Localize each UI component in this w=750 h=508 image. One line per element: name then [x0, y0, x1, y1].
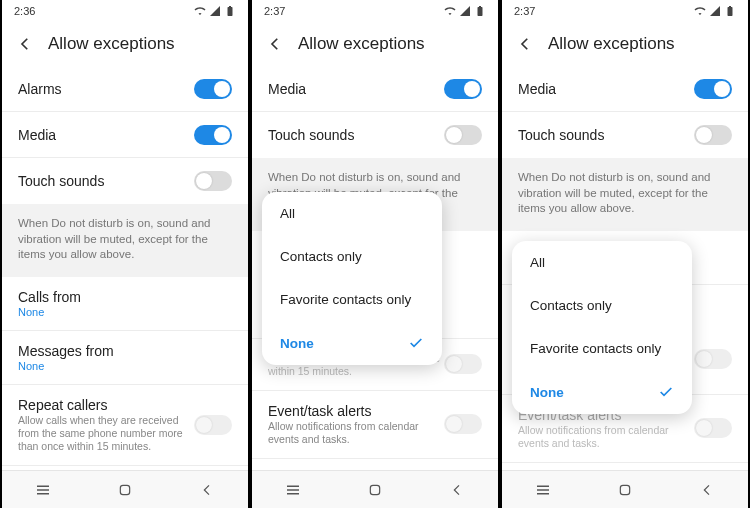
status-icons — [694, 5, 736, 17]
svg-rect-2 — [620, 485, 629, 494]
status-time: 2:37 — [514, 5, 535, 17]
repeat-sub: Allow calls when they are received from … — [18, 414, 194, 453]
back-icon[interactable] — [516, 35, 534, 53]
toggle-media[interactable] — [194, 125, 232, 145]
status-time: 2:36 — [14, 5, 35, 17]
popup-option-none[interactable]: None — [512, 370, 692, 414]
touch-label: Touch sounds — [268, 127, 444, 143]
content: Media Touch sounds When Do not disturb i… — [502, 66, 748, 470]
nav-back[interactable] — [697, 480, 717, 500]
navbar — [252, 470, 498, 508]
screen-1: 2:36 Allow exceptions Alarms Media Touch… — [0, 0, 250, 508]
popup-option-favorites[interactable]: Favorite contacts only — [262, 278, 442, 321]
status-bar: 2:36 — [2, 0, 248, 22]
options-popup: All Contacts only Favorite contacts only… — [262, 192, 442, 365]
toggle-media[interactable] — [444, 79, 482, 99]
header: Allow exceptions — [252, 22, 498, 66]
row-media[interactable]: Media — [252, 66, 498, 112]
row-event-alerts[interactable]: Event/task alerts Allow notifications fr… — [2, 466, 248, 470]
nav-home[interactable] — [615, 480, 635, 500]
opt-none-label: None — [280, 336, 314, 351]
event-sub: Allow notifications from calendar events… — [268, 420, 444, 446]
battery-icon — [224, 5, 236, 17]
navbar — [2, 470, 248, 508]
content: Media Touch sounds When Do not disturb i… — [252, 66, 498, 470]
row-touch-sounds[interactable]: Touch sounds — [2, 158, 248, 204]
info-text: When Do not disturb is on, sound and vib… — [2, 204, 248, 277]
status-icons — [444, 5, 486, 17]
nav-recent[interactable] — [533, 480, 553, 500]
screen-2: 2:37 Allow exceptions Media Touch sounds… — [250, 0, 500, 508]
opt-fav-label: Favorite contacts only — [530, 341, 661, 356]
page-title: Allow exceptions — [548, 34, 675, 54]
opt-all-label: All — [280, 206, 295, 221]
wifi-icon — [694, 5, 706, 17]
nav-back[interactable] — [447, 480, 467, 500]
nav-recent[interactable] — [33, 480, 53, 500]
opt-fav-label: Favorite contacts only — [280, 292, 411, 307]
battery-icon — [724, 5, 736, 17]
content: Alarms Media Touch sounds When Do not di… — [2, 66, 248, 470]
row-media[interactable]: Media — [502, 66, 748, 112]
signal-icon — [459, 5, 471, 17]
svg-rect-0 — [120, 485, 129, 494]
popup-option-contacts[interactable]: Contacts only — [512, 284, 692, 327]
touch-label: Touch sounds — [18, 173, 194, 189]
popup-option-contacts[interactable]: Contacts only — [262, 235, 442, 278]
row-alarms[interactable]: Alarms — [2, 66, 248, 112]
toggle-touch[interactable] — [694, 125, 732, 145]
toggle-touch[interactable] — [444, 125, 482, 145]
navbar — [502, 470, 748, 508]
nav-home[interactable] — [115, 480, 135, 500]
row-reminders[interactable]: Reminders Allow reminders from apps that… — [502, 463, 748, 470]
calls-from-label: Calls from — [18, 289, 232, 305]
opt-all-label: All — [530, 255, 545, 270]
toggle-media[interactable] — [694, 79, 732, 99]
nav-recent[interactable] — [283, 480, 303, 500]
opt-contacts-label: Contacts only — [280, 249, 362, 264]
messages-from-label: Messages from — [18, 343, 232, 359]
row-touch-sounds[interactable]: Touch sounds — [252, 112, 498, 158]
row-messages-from[interactable]: Messages from None — [2, 331, 248, 385]
check-icon — [408, 335, 424, 351]
wifi-icon — [444, 5, 456, 17]
toggle-repeat[interactable] — [194, 415, 232, 435]
back-icon[interactable] — [16, 35, 34, 53]
media-label: Media — [518, 81, 694, 97]
alarms-label: Alarms — [18, 81, 194, 97]
popup-option-all[interactable]: All — [262, 192, 442, 235]
row-media[interactable]: Media — [2, 112, 248, 158]
opt-contacts-label: Contacts only — [530, 298, 612, 313]
toggle-touch[interactable] — [194, 171, 232, 191]
svg-rect-1 — [370, 485, 379, 494]
row-event-alerts[interactable]: Event/task alerts Allow notifications fr… — [252, 391, 498, 459]
status-icons — [194, 5, 236, 17]
media-label: Media — [18, 127, 194, 143]
battery-icon — [474, 5, 486, 17]
row-calls-from[interactable]: Calls from None — [2, 277, 248, 331]
status-bar: 2:37 — [252, 0, 498, 22]
toggle-event[interactable] — [444, 414, 482, 434]
toggle-repeat[interactable] — [444, 354, 482, 374]
check-icon — [658, 384, 674, 400]
back-icon[interactable] — [266, 35, 284, 53]
nav-back[interactable] — [197, 480, 217, 500]
repeat-label: Repeat callers — [18, 397, 194, 413]
popup-option-all[interactable]: All — [512, 241, 692, 284]
header: Allow exceptions — [502, 22, 748, 66]
row-repeat-callers[interactable]: Repeat callers Allow calls when they are… — [2, 385, 248, 466]
popup-option-favorites[interactable]: Favorite contacts only — [512, 327, 692, 370]
event-sub: Allow notifications from calendar events… — [518, 424, 694, 450]
row-reminders[interactable]: Reminders Allow reminders from apps that… — [252, 459, 498, 470]
popup-option-none[interactable]: None — [262, 321, 442, 365]
nav-home[interactable] — [365, 480, 385, 500]
toggle-event[interactable] — [694, 418, 732, 438]
screen-3: 2:37 Allow exceptions Media Touch sounds… — [500, 0, 750, 508]
header: Allow exceptions — [2, 22, 248, 66]
signal-icon — [709, 5, 721, 17]
toggle-alarms[interactable] — [194, 79, 232, 99]
media-label: Media — [268, 81, 444, 97]
page-title: Allow exceptions — [298, 34, 425, 54]
row-touch-sounds[interactable]: Touch sounds — [502, 112, 748, 158]
messages-from-value: None — [18, 360, 232, 372]
